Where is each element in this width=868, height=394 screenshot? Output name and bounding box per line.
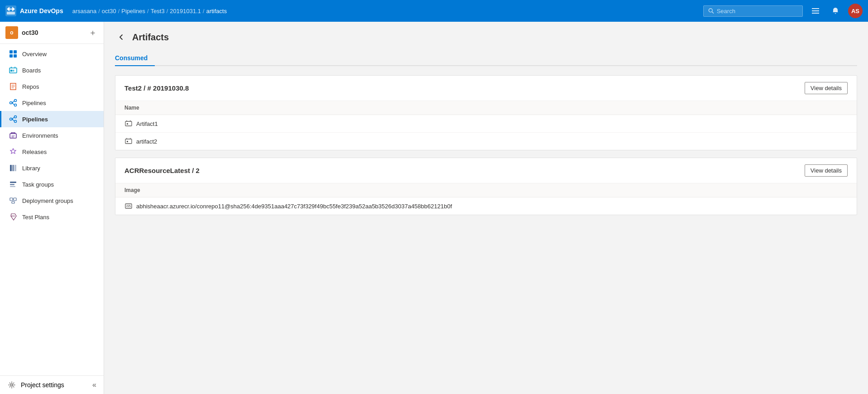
search-box[interactable]: [703, 5, 803, 17]
overview-icon: [9, 49, 18, 58]
sidebar-item-pipelines-parent-label: Pipelines: [22, 100, 46, 106]
breadcrumb-build-id[interactable]: 20191031.1: [170, 8, 201, 14]
task-groups-icon: [9, 180, 18, 189]
app-logo[interactable]: Azure DevOps: [5, 5, 63, 16]
sidebar-item-pipelines[interactable]: Pipelines: [0, 111, 104, 127]
sidebar-item-deployment-groups[interactable]: Deployment groups: [0, 192, 104, 209]
card-1-view-details-button[interactable]: View details: [805, 82, 848, 94]
project-settings-link[interactable]: Project settings «: [0, 375, 104, 394]
main-content: Artifacts Consumed Test2 / # 20191030.8 …: [104, 22, 868, 394]
back-button[interactable]: [115, 31, 128, 43]
card-2-header: ACRResourceLatest / 2 View details: [115, 158, 857, 183]
bell-icon: [831, 7, 839, 15]
svg-point-30: [11, 384, 13, 386]
page-header: Artifacts: [115, 31, 857, 43]
artifact-row-artifact2: artifact2: [115, 133, 857, 150]
sidebar-item-library[interactable]: Library: [0, 160, 104, 176]
svg-point-19: [14, 120, 17, 123]
card-1-col-header: Name: [115, 101, 857, 115]
project-icon-text: o: [10, 29, 13, 36]
svg-rect-6: [812, 13, 819, 14]
sep3: /: [147, 8, 149, 14]
sep4: /: [167, 8, 168, 14]
sep1: /: [98, 8, 100, 14]
svg-rect-8: [14, 50, 17, 53]
breadcrumb-test3[interactable]: Test3: [151, 8, 165, 14]
pipelines-parent-icon: [9, 98, 18, 107]
svg-rect-0: [5, 5, 16, 16]
test-plans-icon: [9, 212, 18, 221]
card-2-view-details-button[interactable]: View details: [805, 164, 848, 177]
artifact2-icon: [124, 137, 133, 145]
svg-rect-25: [10, 184, 14, 185]
sidebar-project-header[interactable]: o oct30 ＋: [0, 22, 104, 44]
sidebar-item-pipelines-parent[interactable]: Pipelines: [0, 95, 104, 111]
search-icon: [708, 8, 714, 14]
svg-rect-33: [125, 139, 132, 144]
svg-rect-24: [10, 182, 16, 183]
sep5: /: [203, 8, 205, 14]
svg-point-15: [14, 100, 17, 102]
sidebar-item-environments-label: Environments: [22, 132, 58, 139]
card-1-title: Test2 / # 20191030.8: [124, 84, 189, 92]
sidebar-item-test-plans-label: Test Plans: [22, 214, 49, 221]
settings-icon: [7, 380, 16, 389]
back-arrow-icon: [117, 33, 125, 41]
breadcrumb-oct30[interactable]: oct30: [102, 8, 116, 14]
sidebar-item-repos-label: Repos: [22, 83, 39, 90]
svg-rect-26: [10, 186, 15, 187]
list-view-button[interactable]: [808, 4, 823, 18]
svg-rect-28: [14, 198, 16, 201]
sidebar-item-releases[interactable]: Releases: [0, 144, 104, 160]
sidebar-item-test-plans[interactable]: Test Plans: [0, 209, 104, 225]
project-icon: o: [5, 26, 18, 39]
add-project-button[interactable]: ＋: [87, 27, 98, 38]
svg-rect-12: [10, 70, 12, 72]
sidebar-item-task-groups[interactable]: Task groups: [0, 176, 104, 192]
collapse-sidebar-button[interactable]: «: [92, 381, 96, 389]
pipelines-icon: [9, 115, 18, 124]
svg-point-14: [10, 102, 12, 104]
breadcrumb-pipelines[interactable]: Pipelines: [121, 8, 145, 14]
artifact1-name: Artifact1: [136, 120, 158, 127]
svg-point-18: [14, 116, 17, 118]
tab-consumed[interactable]: Consumed: [115, 51, 155, 66]
sidebar-item-task-groups-label: Task groups: [22, 181, 54, 188]
svg-rect-27: [10, 198, 13, 201]
tabs-bar: Consumed: [115, 51, 857, 66]
svg-rect-7: [10, 50, 13, 53]
sidebar-item-overview-label: Overview: [22, 51, 47, 58]
image1-name: abhisheaacr.azurecr.io/conrepo11@sha256:…: [136, 203, 452, 210]
svg-rect-9: [10, 54, 13, 58]
artifact-row-image1: abhisheaacr.azurecr.io/conrepo11@sha256:…: [115, 197, 857, 215]
breadcrumb-arsasana[interactable]: arsasana: [72, 8, 96, 14]
project-settings-label: Project settings: [21, 381, 64, 389]
card-2-title: ACRResourceLatest / 2: [124, 167, 200, 174]
releases-icon: [9, 147, 18, 156]
search-input[interactable]: [717, 8, 798, 14]
sidebar-item-environments[interactable]: Environments: [0, 127, 104, 144]
library-icon: [9, 163, 18, 173]
list-icon: [811, 7, 820, 15]
app-name: Azure DevOps: [20, 7, 63, 14]
artifact-card-1: Test2 / # 20191030.8 View details Name A…: [115, 75, 857, 150]
sidebar-item-releases-label: Releases: [22, 149, 47, 155]
sidebar-item-boards-label: Boards: [22, 67, 41, 74]
project-name: oct30: [22, 29, 84, 36]
user-avatar[interactable]: AS: [848, 4, 863, 18]
svg-point-2: [709, 9, 712, 12]
sidebar-nav: Overview Boards: [0, 44, 104, 375]
breadcrumb-artifacts: artifacts: [206, 8, 227, 14]
card-1-header: Test2 / # 20191030.8 View details: [115, 76, 857, 101]
svg-rect-13: [13, 70, 14, 72]
sidebar-item-repos[interactable]: Repos: [0, 78, 104, 95]
sidebar-item-overview[interactable]: Overview: [0, 46, 104, 62]
svg-rect-31: [125, 121, 132, 126]
artifact2-name: artifact2: [136, 138, 157, 145]
sidebar: o oct30 ＋ Overview: [0, 22, 104, 394]
svg-rect-21: [10, 165, 12, 171]
notifications-button[interactable]: [828, 4, 843, 18]
image-icon: [124, 202, 133, 210]
sidebar-item-boards[interactable]: Boards: [0, 62, 104, 78]
deployment-groups-icon: [9, 196, 18, 205]
